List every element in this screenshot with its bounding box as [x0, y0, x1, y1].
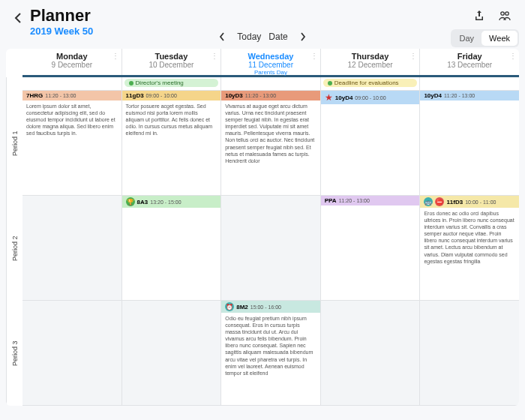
banner-cell: Director's meeting	[122, 77, 222, 91]
users-icon[interactable]	[495, 6, 514, 26]
date-button[interactable]: Date	[268, 32, 287, 42]
prev-arrow-icon[interactable]	[214, 29, 230, 44]
day-header[interactable]: Wednesday11 DecemberParents Day⋮	[221, 49, 321, 75]
calendar-cell[interactable]: 7HRG11:20 - 13:00Lorem ipsum dolor sit a…	[22, 91, 122, 196]
banner-pill[interactable]: Deadline for evaluations	[323, 79, 418, 87]
calendar-cell[interactable]: PPA11:20 - 13:00	[321, 196, 421, 301]
class-header[interactable]: 🏆8A313:20 - 15:00	[122, 196, 221, 208]
banner-cell	[221, 77, 321, 91]
calendar-cell[interactable]	[221, 196, 321, 301]
trophy-icon: 🏆	[126, 197, 135, 206]
dot-icon	[129, 81, 134, 86]
banner-cell	[22, 77, 122, 91]
stop-icon: ⛔	[435, 197, 444, 206]
class-header[interactable]: ★10yD409:00 - 10:00	[321, 91, 420, 104]
calendar-cell[interactable]	[420, 301, 519, 406]
class-header[interactable]: ⏰8M215:00 - 16:00	[221, 301, 320, 313]
class-header[interactable]: 11gD309:00 - 10:00	[122, 91, 221, 100]
share-icon[interactable]	[470, 6, 489, 26]
calendar-cell[interactable]: ⏰8M215:00 - 16:00Odio eu feugiat pretium…	[221, 301, 321, 406]
banner-pill[interactable]: Director's meeting	[124, 79, 219, 87]
class-header[interactable]: 7HRG11:20 - 13:00	[22, 91, 122, 100]
calendar-cell[interactable]	[122, 301, 222, 406]
bus-icon: 🚌	[424, 197, 433, 206]
calendar-cell[interactable]	[22, 301, 122, 406]
kebab-icon[interactable]: ⋮	[112, 52, 119, 60]
view-week-button[interactable]: Week	[482, 31, 518, 46]
svg-point-0	[501, 12, 504, 15]
period-label: Period 3	[6, 301, 22, 406]
day-header[interactable]: Tuesday10 December⋮	[122, 49, 222, 75]
calendar-cell[interactable]: 🚌⛔11fD310:00 - 11:00Eros donec ac odio o…	[420, 196, 519, 301]
calendar-cell[interactable]: 10yD411:20 - 13:00	[420, 91, 519, 196]
class-header[interactable]: 🚌⛔11fD310:00 - 11:00	[420, 196, 519, 208]
class-body: Lorem ipsum dolor sit amet, consectetur …	[22, 100, 122, 139]
class-header[interactable]: 10yD311:20 - 13:00	[221, 91, 320, 100]
view-toggle: Day Week	[451, 29, 519, 47]
period-label: Period 2	[6, 196, 22, 301]
svg-point-1	[506, 12, 508, 15]
page-title: Planner	[30, 6, 93, 26]
kebab-icon[interactable]: ⋮	[410, 52, 417, 60]
calendar-cell[interactable]: 🏆8A313:20 - 15:00	[122, 196, 222, 301]
class-header[interactable]: 10yD411:20 - 13:00	[420, 91, 519, 100]
dot-icon	[328, 81, 332, 86]
day-header[interactable]: Friday13 December⋮	[420, 49, 519, 75]
day-header[interactable]: Thursday12 December⋮	[321, 49, 421, 75]
period-label: Period 1	[6, 91, 22, 196]
class-body: Vivamus at augue eget arcu dictum varius…	[221, 100, 320, 166]
class-body: Tortor posuere acget egestas. Sed euismo…	[122, 100, 221, 139]
next-arrow-icon[interactable]	[296, 29, 310, 44]
calendar-cell[interactable]: 11gD309:00 - 10:00Tortor posuere acget e…	[122, 91, 222, 196]
clock-icon: ⏰	[225, 302, 234, 311]
banner-cell	[420, 77, 519, 91]
today-button[interactable]: Today	[237, 32, 261, 42]
back-button[interactable]	[10, 10, 26, 26]
class-body: Odio eu feugiat pretium nibh ipsum conse…	[221, 313, 320, 379]
star-icon: ★	[325, 92, 333, 103]
banner-cell: Deadline for evaluations	[321, 77, 421, 91]
view-day-button[interactable]: Day	[452, 31, 482, 46]
class-header[interactable]: PPA11:20 - 13:00	[321, 196, 420, 206]
class-body: Eros donec ac odio orci dapibus ultrices…	[420, 208, 519, 267]
calendar-cell[interactable]: 10yD311:20 - 13:00Vivamus at augue eget …	[221, 91, 321, 196]
calendar-cell[interactable]	[321, 301, 421, 406]
calendar-cell[interactable]	[22, 196, 122, 301]
day-header[interactable]: Monday9 December⋮	[22, 49, 122, 75]
kebab-icon[interactable]: ⋮	[509, 52, 517, 60]
kebab-icon[interactable]: ⋮	[310, 52, 318, 60]
calendar-cell[interactable]: ★10yD409:00 - 10:00	[321, 91, 421, 196]
kebab-icon[interactable]: ⋮	[211, 52, 218, 60]
